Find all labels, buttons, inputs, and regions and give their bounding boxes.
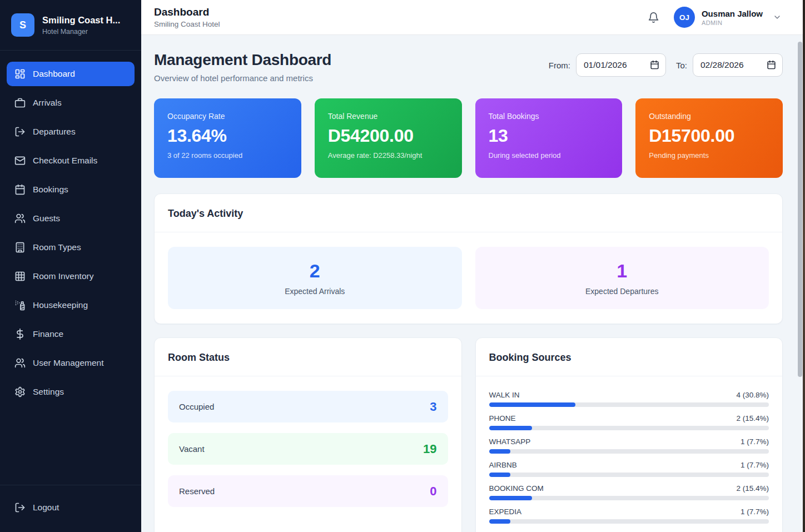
progress-bar	[489, 473, 769, 477]
sidebar-item-label: Checkout Emails	[33, 156, 97, 166]
sidebar-item-label: Bookings	[33, 185, 68, 195]
status-value: 3	[430, 400, 436, 414]
progress-bar	[489, 449, 769, 454]
room-status-card: Room Status Occupied 3 Vacant 19 Reserve…	[154, 337, 462, 532]
stat-caption: 3 of 22 rooms occupied	[167, 151, 288, 160]
todays-activity-title: Today's Activity	[168, 208, 769, 220]
progress-bar	[489, 426, 769, 430]
stat-caption: During selected period	[489, 151, 609, 160]
stat-card-outstanding: Outstanding D15700.00 Pending payments	[635, 98, 783, 178]
source-value: 1 (7.7%)	[741, 437, 769, 446]
room-status-row-reserved: Reserved 0	[168, 475, 448, 507]
from-label: From:	[549, 61, 570, 70]
header-title: Dashboard	[154, 6, 220, 18]
sidebar-item-user-management[interactable]: User Management	[7, 351, 135, 375]
calendar-icon	[14, 184, 26, 195]
stat-caption: Average rate: D2258.33/night	[328, 151, 449, 160]
source-label: AIRBNB	[489, 461, 517, 469]
topbar: Dashboard Smiling Coast Hotel OJ Ousman …	[141, 0, 805, 35]
stat-card-occupancy: Occupancy Rate 13.64% 3 of 22 rooms occu…	[154, 98, 301, 178]
stat-value: D15700.00	[649, 126, 769, 146]
date-filter: From: To:	[549, 53, 783, 77]
expected-departures-label: Expected Departures	[585, 287, 659, 296]
content-area: Dashboard Smiling Coast Hotel OJ Ousman …	[141, 0, 805, 532]
sidebar-item-label: Departures	[33, 127, 76, 137]
sidebar-item-checkout-emails[interactable]: Checkout Emails	[7, 148, 135, 173]
source-label: BOOKING COM	[489, 484, 544, 493]
expected-arrivals-value: 2	[310, 260, 320, 282]
sidebar-item-label: Settings	[33, 387, 64, 397]
source-value: 2 (15.4%)	[736, 484, 769, 493]
brand: S Smiling Coast H... Hotel Manager	[0, 0, 141, 51]
user-name: Ousman Jallow	[702, 9, 763, 18]
logout-button[interactable]: Logout	[7, 495, 135, 520]
building-icon	[14, 242, 26, 253]
booking-source-row-phone: PHONE 2 (15.4%)	[489, 414, 769, 430]
gear-icon	[14, 386, 26, 397]
todays-activity-card: Today's Activity 2 Expected Arrivals 1 E…	[154, 193, 783, 324]
to-date-input[interactable]	[693, 53, 783, 77]
brand-subtitle: Hotel Manager	[42, 28, 120, 36]
stat-value: 13.64%	[167, 126, 288, 146]
progress-bar	[489, 519, 769, 524]
stat-value: D54200.00	[328, 126, 449, 146]
expected-arrivals-label: Expected Arrivals	[285, 287, 345, 296]
booking-source-row-expedia: EXPEDIA 1 (7.7%)	[489, 508, 769, 524]
expected-departures-box: 1 Expected Departures	[475, 247, 769, 309]
page-title: Management Dashboard	[154, 51, 331, 69]
sidebar-item-label: Dashboard	[33, 69, 75, 79]
sidebar-item-label: Room Inventory	[33, 271, 93, 281]
sidebar-item-departures[interactable]: Departures	[7, 120, 135, 144]
mail-icon	[14, 155, 26, 166]
stat-title: Total Bookings	[489, 112, 609, 121]
progress-bar	[489, 402, 769, 407]
sidebar-item-finance[interactable]: Finance	[7, 322, 135, 346]
booking-source-row-whatsapp: WHATSAPP 1 (7.7%)	[489, 437, 769, 454]
scrollbar[interactable]	[798, 42, 802, 377]
spray-can-icon	[14, 300, 26, 311]
sidebar-item-guests[interactable]: Guests	[7, 206, 135, 231]
source-label: WHATSAPP	[489, 437, 531, 446]
window-edge	[803, 0, 805, 532]
booking-sources-title: Booking Sources	[489, 352, 769, 364]
departure-icon	[14, 126, 26, 137]
user-menu[interactable]: OJ Ousman Jallow ADMIN	[674, 7, 782, 28]
sidebar-item-settings[interactable]: Settings	[7, 380, 135, 404]
brand-logo: S	[11, 13, 34, 37]
booking-source-row-walk-in: WALK IN 4 (30.8%)	[489, 391, 769, 407]
grid-icon	[14, 271, 26, 282]
status-label: Reserved	[179, 486, 215, 496]
sidebar-item-room-inventory[interactable]: Room Inventory	[7, 264, 135, 289]
from-date-input[interactable]	[576, 53, 666, 77]
sidebar-item-arrivals[interactable]: Arrivals	[7, 91, 135, 115]
stat-caption: Pending payments	[649, 151, 769, 160]
stat-card-revenue: Total Revenue D54200.00 Average rate: D2…	[315, 98, 462, 178]
stat-cards: Occupancy Rate 13.64% 3 of 22 rooms occu…	[154, 98, 783, 178]
logout-label: Logout	[33, 503, 59, 513]
logout-section: Logout	[0, 485, 141, 532]
users-icon	[14, 357, 26, 369]
stat-card-bookings: Total Bookings 13 During selected period	[475, 98, 623, 178]
sidebar-item-bookings[interactable]: Bookings	[7, 177, 135, 202]
notifications-button[interactable]	[645, 9, 662, 26]
sidebar-item-dashboard[interactable]: Dashboard	[7, 62, 135, 86]
dashboard-icon	[14, 68, 26, 79]
sidebar-item-housekeeping[interactable]: Housekeeping	[7, 293, 135, 317]
dollar-icon	[14, 329, 26, 340]
avatar: OJ	[674, 7, 695, 28]
source-value: 4 (30.8%)	[736, 391, 769, 399]
sidebar-item-label: Guests	[33, 213, 60, 223]
expected-departures-value: 1	[617, 260, 627, 282]
sidebar-item-label: User Management	[33, 358, 104, 368]
sidebar-item-label: Housekeeping	[33, 300, 88, 310]
source-value: 1 (7.7%)	[741, 508, 769, 516]
sidebar-item-room-types[interactable]: Room Types	[7, 235, 135, 260]
brand-name: Smiling Coast H...	[42, 15, 120, 26]
booking-source-row-booking-com: BOOKING COM 2 (15.4%)	[489, 484, 769, 500]
room-status-row-vacant: Vacant 19	[168, 433, 448, 465]
expected-arrivals-box: 2 Expected Arrivals	[168, 247, 462, 309]
users-icon	[14, 213, 26, 224]
source-label: WALK IN	[489, 391, 520, 399]
app-window: S Smiling Coast H... Hotel Manager Dashb…	[0, 0, 805, 532]
page-subtitle: Overview of hotel performance and metric…	[154, 73, 331, 83]
